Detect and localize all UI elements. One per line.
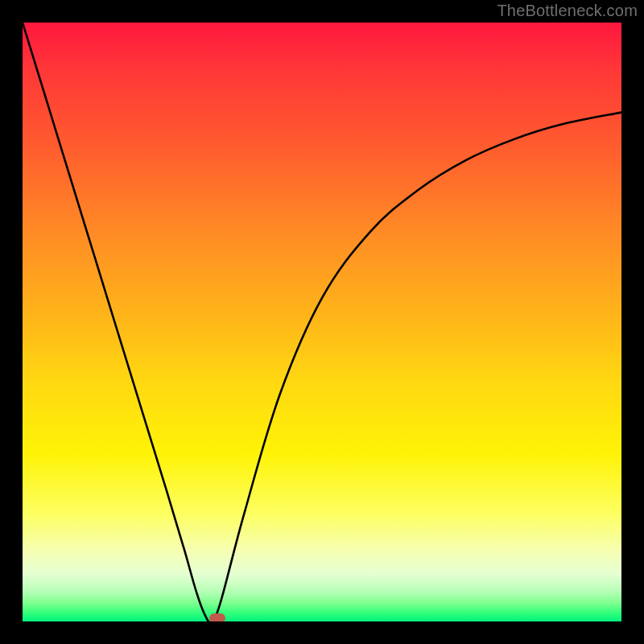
bottleneck-curve — [23, 23, 621, 621]
curve-layer — [23, 23, 621, 621]
watermark-text: TheBottleneck.com — [497, 2, 638, 20]
chart-frame: TheBottleneck.com — [0, 0, 644, 644]
plot-area — [23, 23, 621, 621]
min-point-marker — [209, 613, 225, 621]
